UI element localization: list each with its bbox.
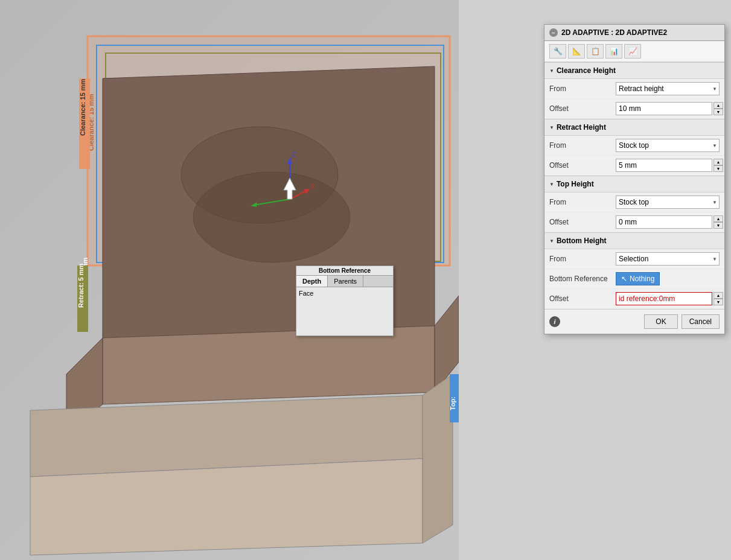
top-offset-label: Offset [549,218,616,226]
top-from-row: From Stock top Retract height Model top … [544,192,724,212]
retract-offset-control: ▲ ▼ [616,159,723,172]
bottom-offset-spinner: ▲ ▼ [713,292,723,305]
top-offset-control: ▲ ▼ [616,215,723,229]
bottom-offset-input[interactable] [616,292,712,305]
bottom-height-section-header[interactable]: ▼ Bottom Height [544,232,724,249]
top-offset-down[interactable]: ▼ [713,222,723,229]
clearance-offset-control: ▲ ▼ [616,102,723,115]
clearance-height-section-header[interactable]: ▼ Clearance Height [544,62,724,79]
dialog-footer: i OK Cancel [544,309,724,334]
svg-marker-9 [423,374,453,543]
top-from-label: From [549,198,616,206]
popup-title: Bottom Reference [296,266,393,276]
bottom-from-row: From Selection Stock top Model top Model… [544,249,724,269]
dialog-toolbar: 🔧 📐 📋 📊 📈 [544,41,724,62]
popup-content: Face [296,287,393,336]
toolbar-btn-3[interactable]: 📋 [587,44,604,59]
retract-offset-label: Offset [549,161,616,170]
cancel-button[interactable]: Cancel [682,314,720,329]
bottom-offset-down[interactable]: ▼ [713,299,723,305]
top-offset-spinner: ▲ ▼ [713,215,723,229]
ok-button[interactable]: OK [644,314,677,329]
toolbar-btn-5[interactable]: 📈 [624,44,641,59]
retract-offset-down[interactable]: ▼ [713,165,723,172]
dialog-title-bar: − 2D ADAPTIVE : 2D ADAPTIVE2 [544,25,724,41]
bottom-ref-popup: Bottom Reference Depth Parents Face [296,266,394,336]
retract-from-control: Stock top Retract height Model top Selec… [616,139,720,152]
top-height-label: Top Height [557,180,594,188]
bottom-from-select[interactable]: Selection Stock top Model top Model bott… [616,252,720,266]
nothing-button-label: Nothing [630,275,654,283]
svg-point-11 [193,172,350,262]
clearance-offset-input[interactable] [616,102,712,115]
clearance-offset-spinner: ▲ ▼ [713,102,723,115]
tab-parents[interactable]: Parents [328,276,363,287]
clearance-offset-label: Offset [549,104,616,113]
top-offset-input[interactable] [616,215,712,229]
retract-offset-spinner: ▲ ▼ [713,159,723,172]
clearance-from-select[interactable]: Retract height Stock top Model top Selec… [616,82,720,95]
clearance-from-row: From Retract height Stock top Model top … [544,79,724,99]
top-from-select-wrapper: Stock top Retract height Model top Selec… [616,196,720,209]
bottom-from-control: Selection Stock top Model top Model bott… [616,252,720,266]
svg-text:Retract: 5 mm: Retract: 5 mm [77,263,85,308]
top-from-select[interactable]: Stock top Retract height Model top Selec… [616,196,720,209]
viewport: Z X Clearance: 15 mm Retract: 5 mm Retra… [0,0,459,560]
retract-offset-input[interactable] [616,159,712,172]
clearance-from-control: Retract height Stock top Model top Selec… [616,82,720,95]
bottom-offset-row: Offset ▲ ▼ [544,289,724,309]
popup-tabs: Depth Parents [296,276,393,287]
minimize-icon[interactable]: − [549,28,558,37]
retract-from-select-wrapper: Stock top Retract height Model top Selec… [616,139,720,152]
dialog-title-text: 2D ADAPTIVE : 2D ADAPTIVE2 [561,28,667,37]
bottom-ref-control: ↖ Nothing [616,272,720,285]
svg-text:Top:: Top: [449,396,456,410]
svg-text:Z: Z [292,151,296,158]
bottom-from-label: From [549,255,616,263]
toolbar-btn-2[interactable]: 📐 [568,44,585,59]
clearance-offset-row: Offset ▲ ▼ [544,99,724,119]
tab-depth[interactable]: Depth [296,276,328,287]
cursor-icon: ↖ [621,275,627,283]
properties-dialog: − 2D ADAPTIVE : 2D ADAPTIVE2 🔧 📐 📋 📊 📈 ▼… [544,24,725,334]
clearance-from-label: From [549,84,616,93]
top-arrow-icon: ▼ [549,182,554,187]
top-offset-up[interactable]: ▲ [713,215,723,222]
clearance-arrow-icon: ▼ [549,68,554,74]
top-height-section-header[interactable]: ▼ Top Height [544,176,724,192]
retract-offset-row: Offset ▲ ▼ [544,156,724,176]
retract-from-label: From [549,141,616,150]
clearance-height-label: Clearance Height [557,66,616,75]
retract-height-label: Retract Height [557,123,606,132]
bottom-from-select-wrapper: Selection Stock top Model top Model bott… [616,252,720,266]
bottom-arrow-icon: ▼ [549,238,554,244]
bottom-offset-label: Offset [549,294,616,303]
svg-text:Clearance: 15 mm: Clearance: 15 mm [79,79,86,136]
nothing-button[interactable]: ↖ Nothing [616,272,660,285]
popup-row-face: Face [299,290,391,297]
bottom-ref-label: Bottom Reference [549,275,616,283]
toolbar-btn-1[interactable]: 🔧 [549,44,566,59]
clearance-from-select-wrapper: Retract height Stock top Model top Selec… [616,82,720,95]
retract-arrow-icon: ▼ [549,125,554,130]
bottom-offset-control: ▲ ▼ [616,292,723,305]
top-from-control: Stock top Retract height Model top Selec… [616,196,720,209]
clearance-offset-up[interactable]: ▲ [713,102,723,109]
bottom-offset-up[interactable]: ▲ [713,292,723,299]
info-icon-label: i [554,318,555,325]
info-icon[interactable]: i [549,316,560,327]
toolbar-btn-4[interactable]: 📊 [605,44,622,59]
bottom-ref-row: Bottom Reference ↖ Nothing [544,269,724,289]
bottom-height-label: Bottom Height [557,237,607,245]
retract-from-row: From Stock top Retract height Model top … [544,136,724,156]
retract-height-section-header[interactable]: ▼ Retract Height [544,119,724,136]
svg-marker-4 [103,326,435,404]
retract-offset-up[interactable]: ▲ [713,159,723,165]
top-offset-row: Offset ▲ ▼ [544,212,724,232]
svg-text:X: X [311,183,315,190]
clearance-offset-down[interactable]: ▼ [713,109,723,115]
retract-from-select[interactable]: Stock top Retract height Model top Selec… [616,139,720,152]
